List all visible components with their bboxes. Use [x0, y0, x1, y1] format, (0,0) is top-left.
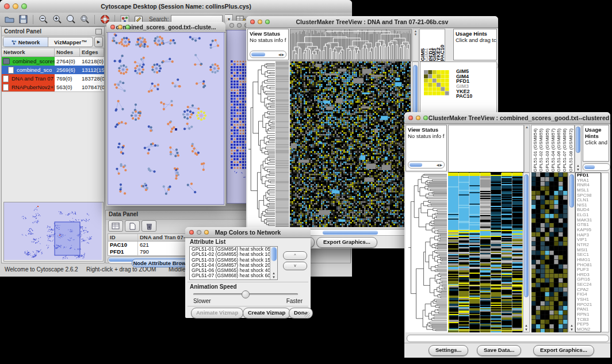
scrollbar-thumb[interactable] [524, 174, 529, 297]
select-attributes-button[interactable] [108, 220, 123, 232]
tv2-column-dendrogram-area[interactable] [448, 125, 524, 173]
network-view-canvas[interactable] [108, 32, 224, 205]
list-item[interactable]: GPL51-02 (GSM855) heat shock 10 min [190, 252, 277, 257]
list-item[interactable]: GPL51-04 (GSM857) heat shock 20 min [190, 263, 277, 268]
scrollbar-thumb[interactable] [576, 127, 580, 153]
list-item[interactable]: TCB3 [577, 317, 600, 323]
close-button[interactable] [250, 20, 255, 24]
list-item[interactable]: HRD3 [577, 273, 600, 278]
scrollbar-thumb[interactable] [413, 65, 418, 113]
main-titlebar[interactable]: Cytoscape Desktop (Session Name: collins… [0, 0, 352, 13]
maximize-button[interactable] [21, 3, 27, 9]
list-item[interactable]: GPL51-01 (GSM854) heat shock 05 min [190, 247, 277, 252]
tv2-heatmap[interactable] [448, 173, 523, 332]
scrollbar-thumb[interactable] [584, 165, 595, 169]
tab-vizmapper[interactable]: VizMapper™ [48, 37, 93, 47]
tv2-labels-scrollbar[interactable]: ▲▼ [575, 125, 582, 173]
tv2-row-dendrogram[interactable] [406, 173, 448, 332]
attribute-list-scrollbar[interactable]: ▲▼ [270, 247, 277, 279]
tv1-matrix-thumbnail[interactable] [424, 70, 449, 95]
float-panel-icon[interactable] [95, 29, 102, 35]
list-item[interactable]: PAC10 [441, 29, 445, 61]
list-item[interactable]: RNR4 [577, 183, 600, 188]
open-file-button[interactable] [3, 14, 15, 25]
list-item[interactable]: PAC10 [456, 94, 472, 99]
minimize-button[interactable] [197, 230, 201, 235]
list-item[interactable]: YRA1 [577, 178, 600, 183]
close-button[interactable] [189, 230, 194, 235]
tv1-titlebar[interactable]: ClusterMaker TreeView : DNA and Tran 07-… [246, 16, 498, 28]
network-row-combined-sco-selected[interactable]: combined_sco 2569(6) 13112(15) [2, 66, 104, 74]
list-item[interactable]: GIM5 [456, 69, 472, 74]
list-item[interactable]: PFD1 [456, 79, 472, 84]
list-item[interactable]: SEC24 [577, 282, 600, 288]
list-item[interactable]: GPL51-01 (GSM854) [533, 125, 538, 172]
list-item[interactable]: CPA2 [577, 288, 600, 293]
delete-attribute-button[interactable] [141, 220, 156, 232]
minimize-button[interactable] [416, 116, 420, 120]
export-graphics-button[interactable]: Export Graphics... [316, 237, 377, 248]
tv2-vscrollbar[interactable]: ▲▼ [523, 173, 530, 332]
list-item[interactable]: YSH1 [577, 297, 600, 302]
zoom-fit-button[interactable] [65, 14, 76, 25]
list-item[interactable]: BUD4 [577, 208, 600, 213]
list-item[interactable]: CLN1 [577, 198, 600, 203]
network-row-combined-scores[interactable]: combined_scores_ 2764(0) 16218(0) [2, 57, 104, 66]
tv2-column-labels[interactable]: GPL51-01 (GSM854)GPL51-02 (GSM855)GPL51-… [531, 125, 575, 173]
save-button[interactable] [17, 14, 29, 25]
close-button[interactable] [110, 25, 115, 29]
list-item[interactable]: KAP95 [577, 228, 600, 233]
tv2-mini-arrows[interactable]: ▲ [524, 125, 530, 173]
list-item[interactable]: HMG1 [577, 258, 600, 263]
tv2-gene-list[interactable]: PFD1YRA1RNR4MSL1SPC98CLN1NIS1BUD4ELG1MAK… [575, 173, 601, 332]
slider-thumb[interactable] [242, 290, 250, 298]
settings-button[interactable]: Settings... [429, 345, 468, 356]
minimize-button[interactable] [237, 23, 242, 28]
list-item[interactable]: HAP3 [577, 233, 600, 238]
tv2-hscrollbar[interactable] [407, 335, 609, 342]
list-item[interactable]: RPO21 [577, 302, 600, 308]
close-button[interactable] [230, 23, 234, 28]
tab-network[interactable]: Network [3, 37, 48, 47]
animate-vizmap-button[interactable]: Animate Vizmap [191, 308, 243, 319]
list-item[interactable]: MSI1 [577, 248, 600, 253]
minimize-button[interactable] [258, 20, 262, 24]
list-item[interactable]: GPL51-08 (GSM872) [568, 125, 574, 172]
network-titlebar[interactable]: combined_scores_good.txt--cluste... [106, 22, 225, 33]
maximize-button[interactable] [423, 116, 428, 120]
list-item[interactable]: GPL51-02 (GSM855) [538, 125, 544, 172]
list-item[interactable]: GIM5 [421, 29, 425, 61]
scrollbar-thumb[interactable] [323, 231, 378, 235]
move-up-button[interactable]: ^ [283, 251, 307, 260]
list-item[interactable]: SPC98 [577, 193, 600, 198]
tv1-column-labels[interactable]: GIM5GIM4PFD1GIM3YKE2PAC10 [419, 29, 445, 62]
tv1-mini-arrows[interactable]: ▲▼ [412, 29, 419, 62]
create-vizmap-button[interactable]: Create Vizmap [243, 308, 290, 319]
tab-overflow-button[interactable]: ▶ [94, 37, 103, 47]
network-row-dna-tran[interactable]: DNA and Tran 07 769(0) 183728(0) [2, 74, 104, 83]
zoom-region-button[interactable] [79, 14, 90, 25]
tv2-zoom-scrollbar[interactable]: ▲▼ [568, 173, 575, 332]
list-item[interactable]: GPL51-06 (GSM865) heat shock 40 min [190, 268, 277, 273]
list-item[interactable]: VIP1 [577, 237, 600, 243]
scrollbar-thumb[interactable] [251, 52, 265, 56]
list-item[interactable]: SEC1 [577, 252, 600, 258]
list-item[interactable]: GPL51-07 (GSM868) [562, 125, 568, 172]
list-item[interactable]: GPL51-03 (GSM856) [545, 125, 550, 172]
list-item[interactable]: PUF3 [577, 267, 600, 273]
scrollbar-thumb[interactable] [271, 247, 277, 261]
tv1-row-dendrogram[interactable] [247, 62, 289, 227]
maximize-button[interactable] [204, 230, 209, 235]
tv1-status-scrollbar[interactable]: ◀▶ [250, 51, 286, 58]
list-item[interactable]: NIS1 [577, 203, 600, 208]
tv1-heatmap[interactable] [290, 62, 411, 227]
list-item[interactable]: GPI16 [577, 277, 600, 282]
list-item[interactable]: YKE2 [456, 89, 472, 94]
list-item[interactable]: GPL51-06 (GSM865) [556, 125, 562, 172]
maximize-button[interactable] [125, 25, 130, 29]
tv2-status-scrollbar[interactable]: ◀▶ [408, 161, 445, 168]
scrollbar-thumb[interactable] [410, 163, 422, 167]
close-button[interactable] [408, 116, 413, 120]
list-item[interactable]: GIM4 [425, 29, 429, 61]
save-data-button[interactable]: Save Data... [477, 345, 521, 356]
